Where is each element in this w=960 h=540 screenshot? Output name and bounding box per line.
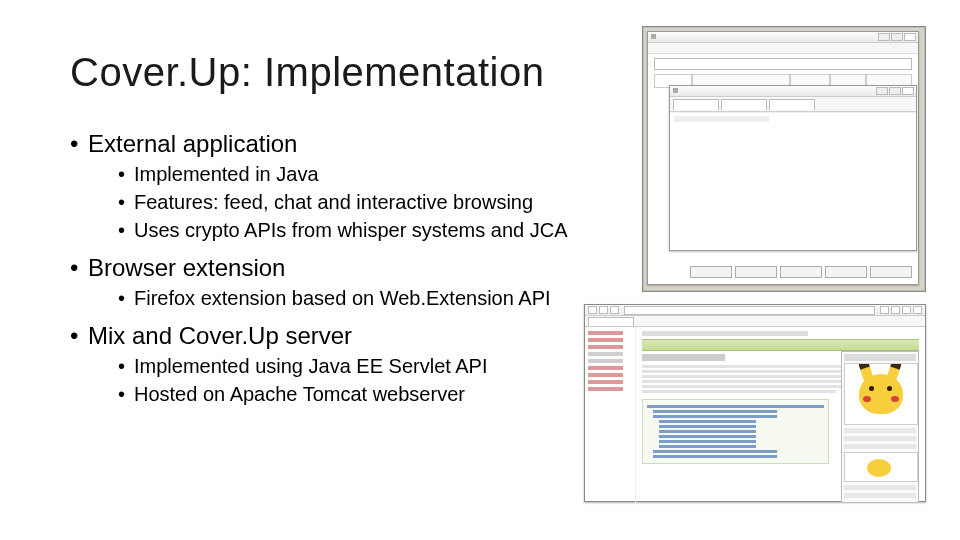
url-bar — [624, 306, 875, 315]
maximize-icon — [891, 33, 903, 41]
maximize-icon — [889, 87, 901, 95]
close-icon — [904, 33, 916, 41]
reload-icon — [610, 306, 619, 314]
menu-icon — [913, 306, 922, 314]
nav-forward-icon — [599, 306, 608, 314]
menu-icon — [891, 306, 900, 314]
window-menubar — [648, 43, 918, 54]
footer-button — [735, 266, 777, 278]
breadcrumb — [642, 331, 808, 336]
notice-banner — [642, 339, 919, 351]
window-footer — [654, 266, 912, 278]
address-field — [654, 58, 912, 70]
footer-button — [870, 266, 912, 278]
bullet-label: Mix and Cover.Up server — [88, 322, 352, 349]
tab — [721, 99, 767, 110]
menu-icon — [902, 306, 911, 314]
table-of-contents — [642, 399, 829, 464]
browser-tabstrip — [585, 316, 925, 327]
screenshot-browser — [584, 304, 926, 502]
footer-button — [690, 266, 732, 278]
slide: Cover.Up: Implementation External applic… — [0, 0, 960, 540]
bullet-label: Browser extension — [88, 254, 285, 281]
app-window-front — [669, 85, 917, 251]
browser-tab — [588, 317, 634, 326]
screenshot-java-app — [642, 26, 926, 292]
wiki-sidebar — [585, 327, 636, 503]
wiki-article — [636, 327, 925, 503]
browser-toolbar — [585, 305, 925, 316]
pikachu-image — [844, 363, 918, 425]
infobox-header — [844, 354, 916, 361]
footer-button — [780, 266, 822, 278]
article-title — [642, 354, 725, 361]
window-titlebar — [648, 32, 918, 43]
nav-back-icon — [588, 306, 597, 314]
window-titlebar — [670, 86, 916, 97]
tab — [673, 99, 719, 110]
menu-icon — [880, 306, 889, 314]
page-content — [585, 327, 925, 503]
close-icon — [902, 87, 914, 95]
bullet-label: External application — [88, 130, 297, 157]
window-body — [670, 112, 916, 237]
tab-strip — [670, 97, 916, 112]
minimize-icon — [878, 33, 890, 41]
footer-button — [825, 266, 867, 278]
tab — [769, 99, 815, 110]
minimize-icon — [876, 87, 888, 95]
infobox — [841, 351, 919, 503]
pikachu-sprite — [844, 452, 918, 482]
